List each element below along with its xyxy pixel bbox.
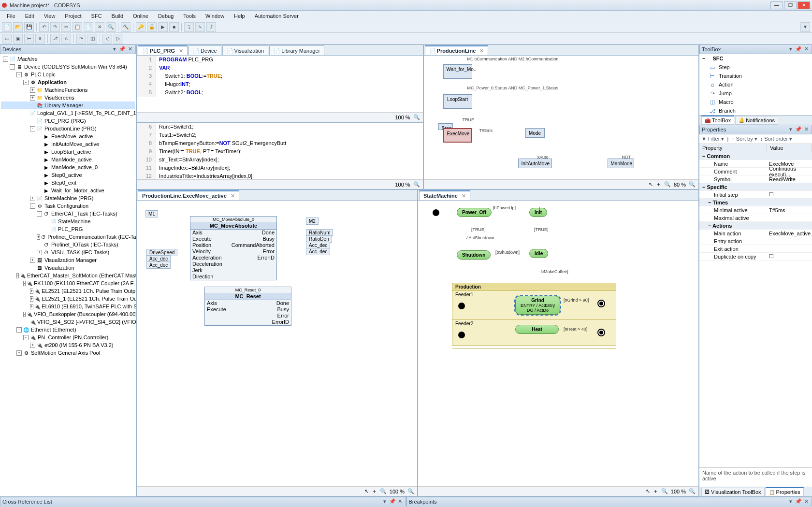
tab-statemachine[interactable]: StateMachine ✕ <box>419 190 470 200</box>
sm-initial-state[interactable] <box>433 209 439 216</box>
nav-fwd-icon[interactable]: ▷ <box>114 34 123 43</box>
property-row[interactable]: Minimal activeT#5ms <box>699 206 812 214</box>
tree-item[interactable]: 📚Library Manager <box>1 101 135 109</box>
menu-file[interactable]: File <box>3 12 19 20</box>
tree-item[interactable]: -🌐Ethernet (Ethernet) <box>1 326 135 333</box>
zoom-icon[interactable]: 🔍 <box>689 488 696 494</box>
sfc-macro-icon[interactable]: ◫ <box>87 34 97 43</box>
tree-expand-icon[interactable]: + <box>16 350 22 356</box>
sm-state[interactable]: Heat <box>515 325 559 334</box>
tree-expand-icon[interactable]: + <box>30 87 35 93</box>
tree-item[interactable]: -⚙Application <box>1 78 135 86</box>
tab-toolbox[interactable]: 🧰 ToolBox <box>701 116 734 125</box>
fbd-variable[interactable]: Acc_dec <box>306 248 330 255</box>
sfc-transition[interactable]: NOT <box>622 155 631 159</box>
tree-expand-icon[interactable]: - <box>37 211 42 217</box>
tree-expand-icon[interactable]: + <box>30 296 33 302</box>
tree-item[interactable]: +🔌et200 (IM 155-6 PN BA V3.2) <box>1 341 135 349</box>
property-category[interactable]: − Actions <box>699 222 812 230</box>
tree-expand-icon[interactable]: - <box>16 327 22 333</box>
find-icon[interactable]: 🔍 <box>106 22 116 32</box>
filter-dropdown[interactable]: ▼ Filter ▾ <box>701 136 724 142</box>
tree-item[interactable]: +🖼Visualization Manager <box>1 256 135 264</box>
tree-item[interactable]: 🔌VFIO_SI4_SO2 [->VFIO_SI4_SO2] (VFIO <box>1 318 135 326</box>
fbd-block[interactable]: MC_MoveAbsolute_0MC_MoveAbsoluteAxisDone… <box>190 216 277 280</box>
tree-expand-icon[interactable]: - <box>16 273 19 278</box>
step-into-icon[interactable]: ⤷ <box>195 22 205 32</box>
property-category[interactable]: − Times <box>699 199 812 206</box>
save-icon[interactable]: 💾 <box>24 22 34 32</box>
toolbox-item-step[interactable]: ▭Step <box>699 63 812 72</box>
tab-close-icon[interactable]: ✕ <box>179 48 183 54</box>
tree-item[interactable]: ▶InitAutoMove_active <box>1 140 135 148</box>
panel-close-icon[interactable]: ✕ <box>127 46 133 53</box>
panel-dropdown-icon[interactable]: ▾ <box>381 498 388 505</box>
cut-icon[interactable]: ✂ <box>61 22 71 32</box>
tab-properties[interactable]: 📋 Properties <box>766 487 804 496</box>
tree-expand-icon[interactable]: + <box>37 234 40 240</box>
panel-pin-icon[interactable]: 📌 <box>389 498 396 505</box>
minimize-button[interactable]: — <box>770 1 783 9</box>
tab-library-manager[interactable]: 📄Library Manager <box>269 45 324 55</box>
sfc-jump-icon[interactable]: ↷ <box>76 34 86 43</box>
sfc-step[interactable]: Mode <box>525 128 545 138</box>
tree-item[interactable]: ▶ManMode_active_0 <box>1 163 135 171</box>
tree-expand-icon[interactable]: + <box>30 304 33 309</box>
zoom-in-icon[interactable]: ＋ <box>653 488 658 495</box>
tree-item[interactable]: +🔌EL2521 (EL2521 1Ch. Pulse Train Outp <box>1 287 135 295</box>
property-row[interactable]: Maximal active <box>699 214 812 222</box>
panel-close-icon[interactable]: ✕ <box>803 46 810 53</box>
sm-initial-state[interactable] <box>458 303 465 309</box>
close-button[interactable]: ✕ <box>798 1 810 9</box>
zoom-icon[interactable]: 🔍 <box>413 114 420 120</box>
tree-item[interactable]: ▶LoopStart_active <box>1 148 135 156</box>
property-category[interactable]: − Common <box>699 152 812 160</box>
fbd-editor[interactable]: M1M2DriveSpeedAcc_decAcc_decRatioNumRati… <box>137 201 417 486</box>
panel-close-icon[interactable]: ✕ <box>803 498 810 505</box>
sfc-step2-icon[interactable]: ▣ <box>13 34 23 43</box>
zoom-icon[interactable]: 🔍 <box>689 181 696 188</box>
redo-icon[interactable]: ↷ <box>50 22 60 32</box>
tree-item[interactable]: ⏱Profinet_IOTask (IEC-Tasks) <box>1 241 135 248</box>
sfc-transition[interactable]: MC_Power_0.Status AND MC_Power_1.Status <box>467 86 559 90</box>
tree-item[interactable]: ▶Step0_exit <box>1 179 135 187</box>
fbd-block[interactable]: MC_Reset_0MC_ResetAxisDoneExecuteBusyErr… <box>204 287 291 326</box>
tree-expand-icon[interactable]: - <box>23 335 29 340</box>
tab-fbd[interactable]: ProductionLine.ExecMove_active ✕ <box>138 190 239 200</box>
sfc-transition[interactable]: TRUE <box>463 117 475 122</box>
tree-item[interactable]: +📄StateMachine (PRG) <box>1 194 135 202</box>
toolbox-item-action[interactable]: aAction <box>699 80 812 89</box>
tab-visu-toolbox[interactable]: 🖼 Visualization ToolBox <box>701 488 765 496</box>
property-row[interactable]: Entry action <box>699 237 812 245</box>
tree-item[interactable]: +🔌EL6910 (EL6910, TwinSAFE PLC with Safe <box>1 303 135 310</box>
menu-project[interactable]: Project <box>61 12 85 20</box>
sfc-step-icon[interactable]: ▭ <box>2 34 12 43</box>
menu-help[interactable]: Help <box>230 12 249 20</box>
property-row[interactable]: Initial step☐ <box>699 191 812 199</box>
zoom-fit-icon[interactable]: 🔍 <box>380 488 387 494</box>
tab-close-icon[interactable]: ✕ <box>479 48 484 54</box>
stop-icon[interactable]: ■ <box>169 22 179 32</box>
step-over-icon[interactable]: ⤵ <box>184 22 194 32</box>
tree-item[interactable]: -🔌VFIO_Buskoppler (Buscoupler (694.400.0… <box>1 310 135 318</box>
tree-item[interactable]: -⏱EtherCAT_Task (IEC-Tasks) <box>1 210 135 217</box>
panel-close-icon[interactable]: ✕ <box>397 498 404 505</box>
tab-productionline[interactable]: 📄ProductionLine✕ <box>425 45 489 55</box>
menu-sfc[interactable]: SFC <box>87 12 106 20</box>
sm-region[interactable]: ProductionFeeder1GrindENTRY / ActEntryDO… <box>452 283 616 346</box>
menu-view[interactable]: View <box>40 12 59 20</box>
menu-window[interactable]: Window <box>202 12 228 20</box>
tree-expand-icon[interactable]: - <box>10 64 15 70</box>
tree-expand-icon[interactable]: - <box>23 312 26 317</box>
sm-final-state[interactable] <box>597 329 605 336</box>
tree-item[interactable]: -⚙Task Configuration <box>1 202 135 210</box>
tree-item[interactable]: ▶ExecMove_active <box>1 132 135 140</box>
tree-item[interactable]: ▶Wait_for_Motor_active <box>1 187 135 194</box>
sfc-editor[interactable]: M1.bCommunication AND M2.bCommunicationW… <box>424 56 698 179</box>
tree-expand-icon[interactable]: - <box>3 57 8 62</box>
property-category[interactable]: − Specific <box>699 183 812 191</box>
tree-expand-icon[interactable]: + <box>30 258 35 263</box>
sfc-branch2-icon[interactable]: ⎌ <box>61 34 71 43</box>
tree-expand-icon[interactable]: + <box>37 250 42 255</box>
sfc-step[interactable]: InitAutoMove <box>518 159 552 168</box>
